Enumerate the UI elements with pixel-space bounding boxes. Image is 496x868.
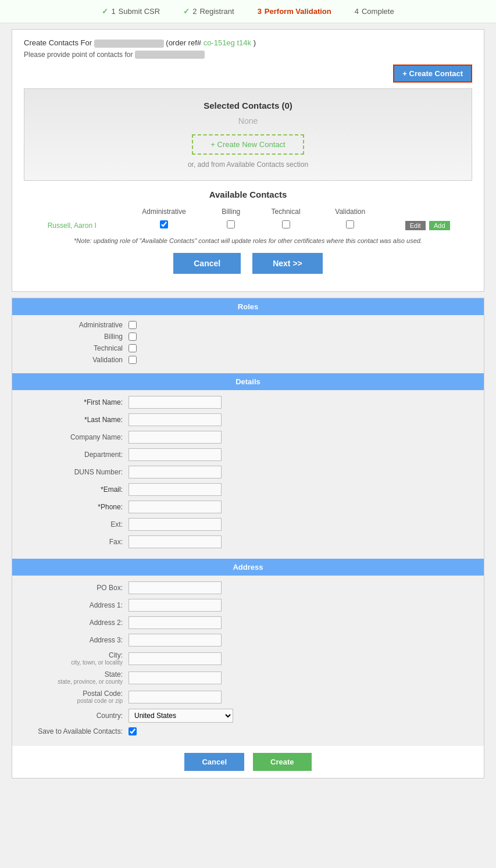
step-4-label: 4 [355,7,359,16]
none-text: None [36,116,460,126]
roles-section-header: Roles [12,298,484,315]
technical-role-checkbox[interactable] [129,344,137,352]
validation-role-label: Validation [24,356,129,364]
postal-code-input[interactable] [129,691,222,703]
city-row: City: city, town, or locality [24,651,472,666]
address2-input[interactable] [129,616,222,629]
step-3: 3 Perform Validation [258,7,331,16]
address3-label: Address 3: [24,636,129,644]
billing-checkbox-cell[interactable] [208,218,254,233]
edit-button[interactable]: Edit [405,221,426,230]
address1-label: Address 1: [24,601,129,609]
state-label: State: state, province, or county [24,670,129,685]
details-section-body: *First Name: *Last Name: Company Name: D… [12,390,484,559]
contact-name: Russell, Aaron I [24,218,120,233]
create-contacts-for-text: Create Contacts For [24,38,92,47]
state-input[interactable] [129,671,222,684]
address3-input[interactable] [129,634,222,646]
step-4-text: Complete [362,7,394,16]
create-new-contact-button[interactable]: + Create New Contact [192,134,304,155]
save-to-contacts-checkbox[interactable] [129,727,137,735]
validation-role-row: Validation [24,356,472,364]
step-1-text: Submit CSR [119,7,160,16]
phone-input[interactable] [129,501,222,513]
form-create-button[interactable]: Create [253,753,311,771]
city-sublabel: city, town, or locality [24,659,123,666]
company-name-input[interactable] [129,431,222,444]
address3-row: Address 3: [24,634,472,646]
duns-number-label: DUNS Number: [24,468,129,476]
technical-checkbox[interactable] [282,220,290,228]
state-row: State: state, province, or county [24,670,472,685]
ext-label: Ext: [24,520,129,528]
progress-bar: ✓ 1 Submit CSR ✓ 2 Registrant 3 Perform … [0,0,496,23]
validation-checkbox[interactable] [346,220,354,228]
address2-label: Address 2: [24,619,129,627]
address-section-header: Address [12,559,484,576]
last-name-input[interactable] [129,413,222,426]
cancel-button[interactable]: Cancel [173,253,241,274]
action-buttons: Cancel Next >> [24,253,472,274]
technical-checkbox-cell[interactable] [254,218,317,233]
sub-text: Please provide point of contacts for [24,51,472,59]
create-contacts-header: Create Contacts For (order ref# co-151eg… [24,38,472,48]
duns-number-input[interactable] [129,466,222,478]
department-input[interactable] [129,448,222,461]
city-input[interactable] [129,652,222,665]
billing-role-row: Billing [24,333,472,341]
add-button[interactable]: Add [429,221,450,230]
department-row: Department: [24,448,472,461]
administrative-role-row: Administrative [24,321,472,329]
form-cancel-button[interactable]: Cancel [184,753,244,771]
email-input[interactable] [129,483,222,496]
validation-checkbox-cell[interactable] [317,218,383,233]
company-name-row: Company Name: [24,431,472,444]
country-select[interactable]: United States Canada United Kingdom Aust… [129,709,233,723]
next-button[interactable]: Next >> [252,253,323,274]
details-section-header: Details [12,373,484,390]
billing-role-checkbox[interactable] [129,333,137,341]
available-contacts-title: Available Contacts [24,190,472,199]
create-contact-button[interactable]: + Create Contact [393,65,472,83]
billing-checkbox[interactable] [227,220,235,228]
domain-name-blurred-2 [135,51,205,59]
col-billing: Billing [208,205,254,218]
fax-row: Fax: [24,535,472,548]
country-row: Country: United States Canada United Kin… [24,709,472,723]
po-box-input[interactable] [129,581,222,594]
col-name [24,205,120,218]
selected-contacts-box: Selected Contacts (0) None + Create New … [24,88,472,181]
fax-input[interactable] [129,535,222,548]
actions-cell: Edit Add [383,218,472,233]
ext-input[interactable] [129,518,222,531]
duns-number-row: DUNS Number: [24,466,472,478]
or-add-text: or, add from Available Contacts section [36,160,460,169]
ext-row: Ext: [24,518,472,531]
first-name-input[interactable] [129,396,222,409]
check-icon-2: ✓ [183,7,190,16]
administrative-role-checkbox[interactable] [129,321,137,329]
create-contact-form: Roles Administrative Billing Technical V… [12,298,484,778]
phone-label: *Phone: [24,503,129,511]
admin-checkbox[interactable] [160,220,168,228]
step-2-text: Registrant [199,7,234,16]
order-ref-value: co-151eg t14k [204,38,251,47]
col-technical: Technical [254,205,317,218]
validation-role-checkbox[interactable] [129,356,137,364]
roles-section-body: Administrative Billing Technical Validat… [12,315,484,373]
postal-sublabel: postal code or zip [24,698,123,704]
contacts-table: Administrative Billing Technical Validat… [24,205,472,233]
company-name-label: Company Name: [24,433,129,441]
col-actions [383,205,472,218]
address-section-body: PO Box: Address 1: Address 2: Address 3:… [12,576,484,746]
postal-code-row: Postal Code: postal code or zip [24,690,472,704]
check-icon-1: ✓ [102,7,108,16]
last-name-row: *Last Name: [24,413,472,426]
step-3-label: 3 [258,7,262,16]
technical-role-row: Technical [24,344,472,352]
phone-row: *Phone: [24,501,472,513]
fax-label: Fax: [24,538,129,546]
address1-input[interactable] [129,599,222,612]
admin-checkbox-cell[interactable] [120,218,208,233]
first-name-row: *First Name: [24,396,472,409]
